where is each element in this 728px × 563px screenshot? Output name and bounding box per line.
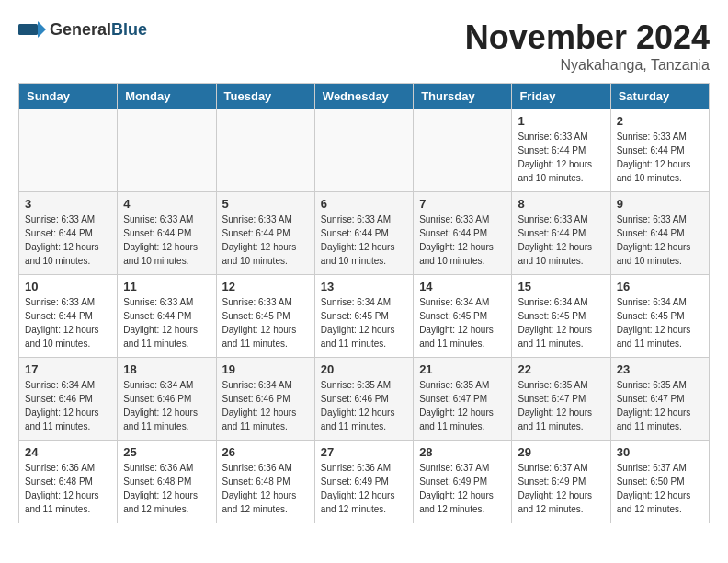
calendar-day-cell: 24Sunrise: 6:36 AM Sunset: 6:48 PM Dayli… — [19, 441, 118, 523]
calendar-day-cell: 2Sunrise: 6:33 AM Sunset: 6:44 PM Daylig… — [610, 109, 709, 192]
day-info: Sunrise: 6:34 AM Sunset: 6:45 PM Dayligh… — [617, 295, 703, 350]
calendar-day-cell: 16Sunrise: 6:34 AM Sunset: 6:45 PM Dayli… — [610, 275, 709, 358]
calendar-day-cell — [19, 109, 118, 192]
calendar-week-row: 17Sunrise: 6:34 AM Sunset: 6:46 PM Dayli… — [19, 358, 710, 441]
day-info: Sunrise: 6:34 AM Sunset: 6:45 PM Dayligh… — [321, 295, 407, 350]
calendar-day-cell: 3Sunrise: 6:33 AM Sunset: 6:44 PM Daylig… — [19, 192, 118, 275]
day-number: 29 — [518, 445, 604, 459]
calendar-table: SundayMondayTuesdayWednesdayThursdayFrid… — [18, 83, 710, 523]
day-info: Sunrise: 6:35 AM Sunset: 6:46 PM Dayligh… — [321, 378, 407, 433]
calendar-day-cell: 19Sunrise: 6:34 AM Sunset: 6:46 PM Dayli… — [216, 358, 314, 441]
day-info: Sunrise: 6:33 AM Sunset: 6:44 PM Dayligh… — [518, 213, 604, 268]
month-title: November 2024 — [465, 18, 710, 57]
day-info: Sunrise: 6:35 AM Sunset: 6:47 PM Dayligh… — [518, 378, 604, 433]
day-info: Sunrise: 6:34 AM Sunset: 6:45 PM Dayligh… — [518, 295, 604, 350]
calendar-day-cell: 7Sunrise: 6:33 AM Sunset: 6:44 PM Daylig… — [414, 192, 512, 275]
logo-blue-text: Blue — [111, 20, 147, 39]
day-number: 3 — [25, 197, 111, 211]
day-info: Sunrise: 6:34 AM Sunset: 6:45 PM Dayligh… — [419, 295, 506, 350]
day-of-week-header: Saturday — [610, 84, 709, 109]
day-number: 1 — [518, 114, 604, 128]
day-info: Sunrise: 6:35 AM Sunset: 6:47 PM Dayligh… — [419, 378, 506, 433]
calendar-day-cell: 30Sunrise: 6:37 AM Sunset: 6:50 PM Dayli… — [610, 441, 709, 523]
day-of-week-header: Friday — [512, 84, 610, 109]
day-info: Sunrise: 6:33 AM Sunset: 6:44 PM Dayligh… — [321, 213, 407, 268]
calendar-day-cell: 9Sunrise: 6:33 AM Sunset: 6:44 PM Daylig… — [610, 192, 709, 275]
day-info: Sunrise: 6:36 AM Sunset: 6:48 PM Dayligh… — [222, 461, 309, 516]
calendar-day-cell: 6Sunrise: 6:33 AM Sunset: 6:44 PM Daylig… — [314, 192, 413, 275]
day-number: 2 — [617, 114, 703, 128]
calendar-day-cell: 20Sunrise: 6:35 AM Sunset: 6:46 PM Dayli… — [314, 358, 413, 441]
calendar-day-cell — [216, 109, 314, 192]
calendar-day-cell: 22Sunrise: 6:35 AM Sunset: 6:47 PM Dayli… — [512, 358, 610, 441]
calendar-day-cell: 27Sunrise: 6:36 AM Sunset: 6:49 PM Dayli… — [314, 441, 413, 523]
calendar-day-cell: 21Sunrise: 6:35 AM Sunset: 6:47 PM Dayli… — [414, 358, 512, 441]
day-number: 18 — [123, 362, 210, 376]
calendar-day-cell: 17Sunrise: 6:34 AM Sunset: 6:46 PM Dayli… — [19, 358, 118, 441]
day-number: 25 — [123, 445, 210, 459]
day-number: 7 — [419, 197, 506, 211]
day-number: 6 — [321, 197, 407, 211]
day-number: 4 — [123, 197, 210, 211]
calendar-day-cell: 26Sunrise: 6:36 AM Sunset: 6:48 PM Dayli… — [216, 441, 314, 523]
day-number: 23 — [617, 362, 703, 376]
svg-rect-0 — [18, 24, 38, 35]
day-info: Sunrise: 6:33 AM Sunset: 6:44 PM Dayligh… — [123, 213, 210, 268]
calendar-week-row: 10Sunrise: 6:33 AM Sunset: 6:44 PM Dayli… — [19, 275, 710, 358]
page-header: GeneralBlue November 2024 Nyakahanga, Ta… — [18, 18, 710, 74]
day-info: Sunrise: 6:34 AM Sunset: 6:46 PM Dayligh… — [25, 378, 111, 433]
day-number: 12 — [222, 280, 309, 293]
calendar-week-row: 24Sunrise: 6:36 AM Sunset: 6:48 PM Dayli… — [19, 441, 710, 523]
day-number: 17 — [25, 362, 111, 376]
day-number: 8 — [518, 197, 604, 211]
day-number: 20 — [321, 362, 407, 376]
day-number: 11 — [123, 280, 210, 293]
calendar-day-cell: 23Sunrise: 6:35 AM Sunset: 6:47 PM Dayli… — [610, 358, 709, 441]
day-info: Sunrise: 6:36 AM Sunset: 6:48 PM Dayligh… — [123, 461, 210, 516]
day-info: Sunrise: 6:35 AM Sunset: 6:47 PM Dayligh… — [617, 378, 703, 433]
day-info: Sunrise: 6:33 AM Sunset: 6:44 PM Dayligh… — [123, 295, 210, 350]
title-area: November 2024 Nyakahanga, Tanzania — [465, 18, 710, 74]
day-number: 30 — [617, 445, 703, 459]
calendar-day-cell: 29Sunrise: 6:37 AM Sunset: 6:49 PM Dayli… — [512, 441, 610, 523]
calendar-day-cell: 5Sunrise: 6:33 AM Sunset: 6:44 PM Daylig… — [216, 192, 314, 275]
day-number: 28 — [419, 445, 506, 459]
calendar-week-row: 3Sunrise: 6:33 AM Sunset: 6:44 PM Daylig… — [19, 192, 710, 275]
calendar-day-cell: 8Sunrise: 6:33 AM Sunset: 6:44 PM Daylig… — [512, 192, 610, 275]
day-number: 22 — [518, 362, 604, 376]
calendar-day-cell: 18Sunrise: 6:34 AM Sunset: 6:46 PM Dayli… — [118, 358, 216, 441]
day-number: 13 — [321, 280, 407, 293]
calendar-day-cell: 11Sunrise: 6:33 AM Sunset: 6:44 PM Dayli… — [118, 275, 216, 358]
calendar-day-cell: 28Sunrise: 6:37 AM Sunset: 6:49 PM Dayli… — [414, 441, 512, 523]
day-of-week-header: Tuesday — [216, 84, 314, 109]
day-number: 24 — [25, 445, 111, 459]
calendar-day-cell: 15Sunrise: 6:34 AM Sunset: 6:45 PM Dayli… — [512, 275, 610, 358]
calendar-header-row: SundayMondayTuesdayWednesdayThursdayFrid… — [19, 84, 710, 109]
day-number: 5 — [222, 197, 309, 211]
day-info: Sunrise: 6:33 AM Sunset: 6:44 PM Dayligh… — [518, 130, 604, 185]
location-title: Nyakahanga, Tanzania — [465, 57, 710, 74]
day-of-week-header: Thursday — [414, 84, 512, 109]
day-number: 10 — [25, 280, 111, 293]
day-info: Sunrise: 6:33 AM Sunset: 6:44 PM Dayligh… — [25, 295, 111, 350]
day-of-week-header: Sunday — [19, 84, 118, 109]
day-number: 27 — [321, 445, 407, 459]
day-info: Sunrise: 6:37 AM Sunset: 6:49 PM Dayligh… — [419, 461, 506, 516]
day-number: 14 — [419, 280, 506, 293]
day-info: Sunrise: 6:33 AM Sunset: 6:44 PM Dayligh… — [419, 213, 506, 268]
calendar-day-cell: 1Sunrise: 6:33 AM Sunset: 6:44 PM Daylig… — [512, 109, 610, 192]
day-info: Sunrise: 6:37 AM Sunset: 6:50 PM Dayligh… — [617, 461, 703, 516]
day-info: Sunrise: 6:37 AM Sunset: 6:49 PM Dayligh… — [518, 461, 604, 516]
day-info: Sunrise: 6:36 AM Sunset: 6:48 PM Dayligh… — [25, 461, 111, 516]
calendar-day-cell: 14Sunrise: 6:34 AM Sunset: 6:45 PM Dayli… — [414, 275, 512, 358]
day-number: 26 — [222, 445, 309, 459]
calendar-day-cell: 12Sunrise: 6:33 AM Sunset: 6:45 PM Dayli… — [216, 275, 314, 358]
calendar-day-cell: 10Sunrise: 6:33 AM Sunset: 6:44 PM Dayli… — [19, 275, 118, 358]
day-of-week-header: Monday — [118, 84, 216, 109]
calendar-day-cell — [414, 109, 512, 192]
calendar-week-row: 1Sunrise: 6:33 AM Sunset: 6:44 PM Daylig… — [19, 109, 710, 192]
logo-icon — [18, 18, 46, 40]
logo: GeneralBlue — [18, 18, 147, 40]
day-info: Sunrise: 6:36 AM Sunset: 6:49 PM Dayligh… — [321, 461, 407, 516]
day-info: Sunrise: 6:33 AM Sunset: 6:44 PM Dayligh… — [617, 213, 703, 268]
